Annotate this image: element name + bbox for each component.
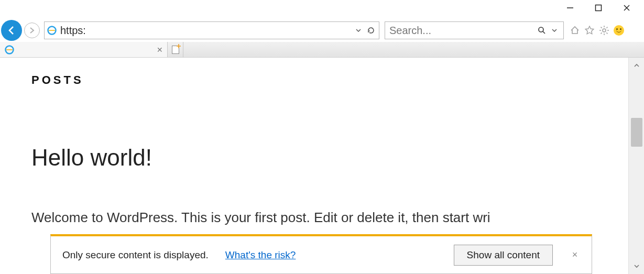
svg-line-6	[543, 31, 545, 34]
back-button[interactable]	[1, 20, 22, 41]
refresh-icon[interactable]	[366, 26, 376, 35]
close-button[interactable]	[620, 1, 634, 15]
notification-close-icon[interactable]: ×	[570, 249, 580, 260]
favorites-icon[interactable]	[584, 25, 595, 36]
svg-line-12	[601, 27, 602, 28]
post-title[interactable]: Hello world!	[31, 145, 597, 171]
ie-icon	[4, 45, 15, 55]
svg-line-13	[606, 32, 607, 34]
forward-button[interactable]	[24, 23, 40, 38]
notification-message: Only secure content is displayed.	[62, 249, 209, 261]
new-tab-button[interactable]	[168, 42, 183, 57]
minimize-button[interactable]	[563, 1, 577, 15]
feedback-icon[interactable]	[613, 25, 625, 36]
tab-1[interactable]: ✕	[0, 42, 168, 57]
svg-rect-1	[596, 5, 602, 11]
whats-the-risk-link[interactable]: What's the risk?	[225, 249, 296, 261]
address-bar[interactable]: https:	[44, 21, 379, 39]
tool-icons	[569, 25, 625, 36]
scroll-down-button[interactable]	[629, 258, 644, 274]
tab-strip: ✕	[0, 42, 644, 58]
vertical-scrollbar[interactable]	[628, 58, 644, 274]
scroll-up-button[interactable]	[629, 58, 644, 73]
svg-point-5	[539, 27, 543, 32]
url-prefix: https:	[60, 25, 86, 36]
security-notification-bar: Only secure content is displayed. What's…	[50, 234, 592, 274]
tab-close-icon[interactable]: ✕	[157, 46, 163, 54]
address-dropdown-icon[interactable]	[354, 26, 363, 35]
new-tab-icon	[172, 46, 179, 54]
smiley-icon	[614, 25, 624, 36]
svg-point-7	[603, 29, 606, 32]
home-icon[interactable]	[569, 25, 581, 36]
navigation-row: https:	[0, 20, 644, 41]
settings-icon[interactable]	[598, 25, 610, 36]
show-all-content-button[interactable]: Show all content	[454, 245, 553, 266]
section-header: POSTS	[31, 73, 597, 87]
search-icon[interactable]	[537, 26, 547, 35]
search-dropdown-icon[interactable]	[550, 26, 559, 35]
svg-line-14	[606, 27, 607, 28]
scroll-thumb[interactable]	[631, 118, 642, 147]
post-body: Welcome to WordPress. This is your first…	[31, 207, 597, 228]
ie-icon	[47, 25, 57, 36]
svg-line-15	[601, 32, 602, 34]
window-caption	[563, 0, 644, 16]
search-box[interactable]	[385, 21, 564, 39]
search-input[interactable]	[389, 25, 534, 37]
maximize-button[interactable]	[592, 1, 605, 15]
address-text[interactable]: https:	[60, 25, 351, 37]
page-content: POSTS Hello world! Welcome to WordPress.…	[0, 58, 628, 244]
